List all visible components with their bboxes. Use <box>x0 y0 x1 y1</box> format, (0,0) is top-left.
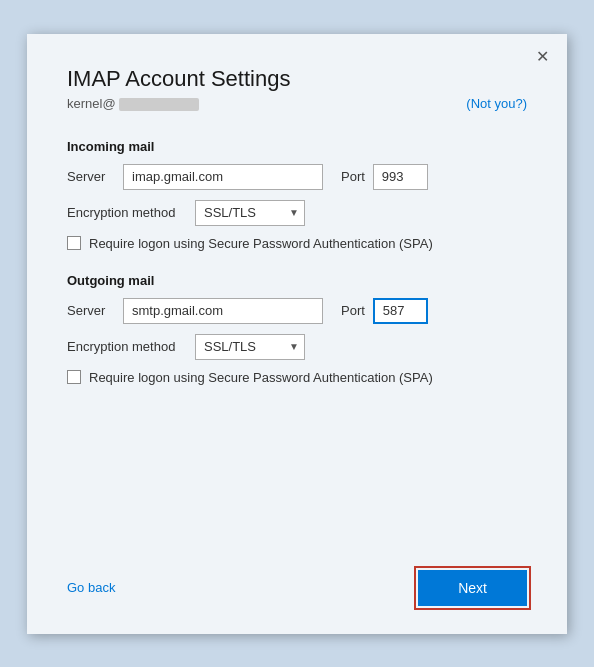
close-icon: ✕ <box>536 47 549 66</box>
outgoing-server-input[interactable] <box>123 298 323 324</box>
incoming-port-label: Port <box>341 169 365 184</box>
outgoing-encryption-row: Encryption method SSL/TLS STARTTLS None … <box>67 334 527 360</box>
dialog-footer: Go back Next <box>27 554 567 634</box>
outgoing-server-label: Server <box>67 303 115 318</box>
outgoing-spa-checkbox[interactable] <box>67 370 81 384</box>
email-masked <box>119 98 199 111</box>
next-button[interactable]: Next <box>418 570 527 606</box>
dialog-content: IMAP Account Settings kernel@ (Not you?)… <box>27 34 567 554</box>
incoming-port-input[interactable] <box>373 164 428 190</box>
imap-settings-dialog: ✕ IMAP Account Settings kernel@ (Not you… <box>27 34 567 634</box>
page-title: IMAP Account Settings <box>67 66 527 92</box>
incoming-encryption-label: Encryption method <box>67 205 187 220</box>
close-button[interactable]: ✕ <box>531 46 553 68</box>
email-text: kernel@ <box>67 96 116 111</box>
outgoing-section-label: Outgoing mail <box>67 273 527 288</box>
outgoing-spa-row: Require logon using Secure Password Auth… <box>67 370 527 385</box>
spacer <box>67 407 527 534</box>
incoming-encryption-dropdown-wrapper: SSL/TLS STARTTLS None ▼ <box>195 200 305 226</box>
outgoing-server-row: Server Port <box>67 298 527 324</box>
incoming-spa-label: Require logon using Secure Password Auth… <box>89 236 433 251</box>
incoming-spa-checkbox[interactable] <box>67 236 81 250</box>
outgoing-encryption-select[interactable]: SSL/TLS STARTTLS None <box>195 334 305 360</box>
outgoing-encryption-dropdown-wrapper: SSL/TLS STARTTLS None ▼ <box>195 334 305 360</box>
incoming-spa-row: Require logon using Secure Password Auth… <box>67 236 527 251</box>
not-you-link[interactable]: (Not you?) <box>466 96 527 111</box>
go-back-button[interactable]: Go back <box>67 576 115 599</box>
outgoing-spa-label: Require logon using Secure Password Auth… <box>89 370 433 385</box>
incoming-server-input[interactable] <box>123 164 323 190</box>
outgoing-encryption-label: Encryption method <box>67 339 187 354</box>
incoming-section-label: Incoming mail <box>67 139 527 154</box>
email-display: kernel@ <box>67 96 199 111</box>
incoming-server-row: Server Port <box>67 164 527 190</box>
incoming-server-label: Server <box>67 169 115 184</box>
incoming-encryption-row: Encryption method SSL/TLS STARTTLS None … <box>67 200 527 226</box>
outgoing-port-input[interactable] <box>373 298 428 324</box>
outgoing-port-label: Port <box>341 303 365 318</box>
incoming-encryption-select[interactable]: SSL/TLS STARTTLS None <box>195 200 305 226</box>
subtitle-row: kernel@ (Not you?) <box>67 96 527 111</box>
